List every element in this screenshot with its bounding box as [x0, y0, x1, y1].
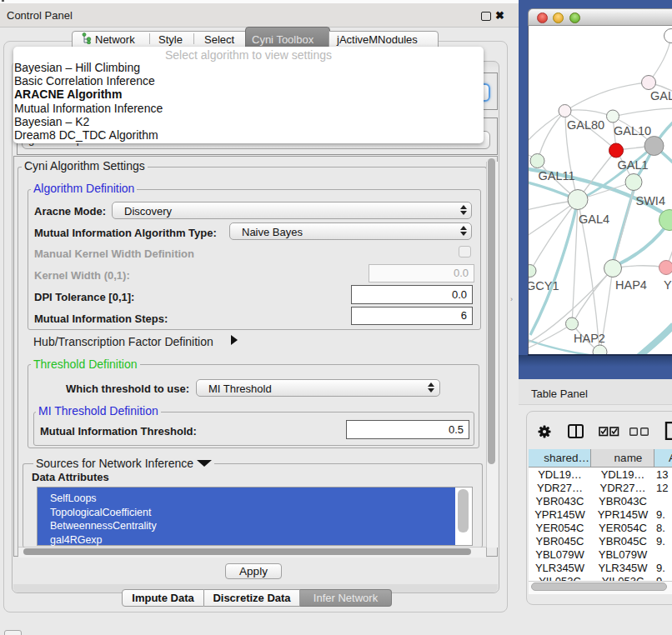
- svg-text:HAP2: HAP2: [574, 332, 605, 345]
- svg-text:GAL10: GAL10: [614, 124, 651, 138]
- svg-text:GAL80: GAL80: [567, 118, 604, 132]
- svg-text:GAL11: GAL11: [539, 169, 575, 182]
- svg-text:GAL4: GAL4: [579, 212, 609, 226]
- svg-text:GCY1: GCY1: [529, 279, 559, 292]
- svg-text:SWI4: SWI4: [636, 194, 665, 208]
- svg-text:GAL: GAL: [650, 89, 672, 102]
- svg-text:GAL1: GAL1: [618, 158, 649, 172]
- svg-text:Y: Y: [664, 278, 672, 292]
- svg-text:HAP4: HAP4: [615, 278, 647, 292]
